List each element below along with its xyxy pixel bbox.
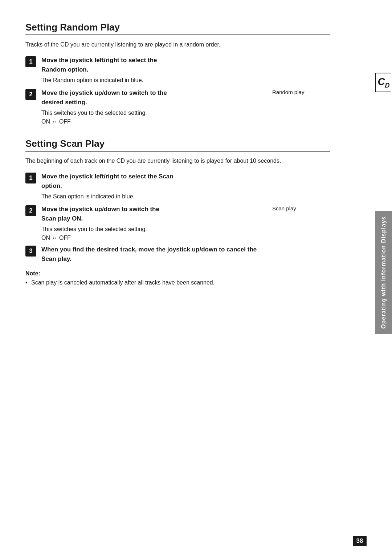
cd-letter: CD <box>377 76 389 89</box>
scan-step-heading-2: Move the joystick up/down to switch theS… <box>41 205 272 223</box>
scan-step-content-2: Move the joystick up/down to switch theS… <box>41 205 272 241</box>
section-title-scan: Setting Scan Play <box>25 138 330 149</box>
page-content: Setting Random Play Tracks of the CD you… <box>0 0 356 309</box>
scan-step-desc-2: This switches you to the selected settin… <box>41 225 272 234</box>
scan-step-desc-1: The Scan option is indicated in blue. <box>41 192 330 201</box>
note-label: Note: <box>25 270 330 277</box>
section-divider-random <box>25 35 330 35</box>
step-content-1: Move the joystick left/right to select t… <box>41 56 330 85</box>
step-desc-1: The Random option is indicated in blue. <box>41 76 330 85</box>
cd-subscript: D <box>385 81 390 89</box>
scan-play-label: Scan play <box>272 205 330 211</box>
section-divider-scan <box>25 151 330 152</box>
scan-step-content-3: When you find the desired track, move th… <box>41 245 330 265</box>
note-item-1: Scan play is canceled automatically afte… <box>25 278 330 287</box>
random-step-2-row: 2 Move the joystick up/down to switch to… <box>25 88 330 125</box>
scan-step-content-1: Move the joystick left/right to select t… <box>41 172 330 201</box>
on-off-scan: ON ↔ OFF <box>41 235 272 241</box>
random-step-2: 2 Move the joystick up/down to switch to… <box>25 88 272 125</box>
right-sidebar: CD <box>375 73 392 92</box>
scan-step-heading-3: When you find the desired track, move th… <box>41 245 330 263</box>
scan-step-number-3: 3 <box>25 246 36 257</box>
cd-badge: CD <box>375 73 391 92</box>
section-intro-scan: The beginning of each track on the CD yo… <box>25 157 330 165</box>
scan-step-number-1: 1 <box>25 173 36 183</box>
note-section: Note: Scan play is canceled automaticall… <box>25 270 330 287</box>
section-random-play: Setting Random Play Tracks of the CD you… <box>25 22 330 125</box>
step-number-2: 2 <box>25 89 36 100</box>
section-intro-random: Tracks of the CD you are currently liste… <box>25 40 330 49</box>
vertical-sidebar-text: Operating with Information Displays <box>380 216 387 329</box>
scan-step-3: 3 When you find the desired track, move … <box>25 245 330 265</box>
step-desc-2: This switches you to the selected settin… <box>41 109 272 117</box>
step-number-1: 1 <box>25 56 36 67</box>
scan-step-2: 2 Move the joystick up/down to switch th… <box>25 205 272 241</box>
random-play-label: Random play <box>272 88 330 95</box>
step-heading-1: Move the joystick left/right to select t… <box>41 56 330 74</box>
step-heading-2: Move the joystick up/down to switch to t… <box>41 88 272 107</box>
step-content-2: Move the joystick up/down to switch to t… <box>41 88 272 125</box>
scan-step-heading-1: Move the joystick left/right to select t… <box>41 172 330 190</box>
on-off-random: ON ↔ OFF <box>41 118 272 125</box>
scan-step-1: 1 Move the joystick left/right to select… <box>25 172 330 201</box>
scan-step-2-row: 2 Move the joystick up/down to switch th… <box>25 205 330 241</box>
section-title-random: Setting Random Play <box>25 22 330 33</box>
page-number: 38 <box>353 536 367 546</box>
random-step-1: 1 Move the joystick left/right to select… <box>25 56 330 85</box>
vertical-sidebar-tab: Operating with Information Displays <box>375 211 392 334</box>
scan-step-number-2: 2 <box>25 205 36 216</box>
section-scan-play: Setting Scan Play The beginning of each … <box>25 138 330 287</box>
